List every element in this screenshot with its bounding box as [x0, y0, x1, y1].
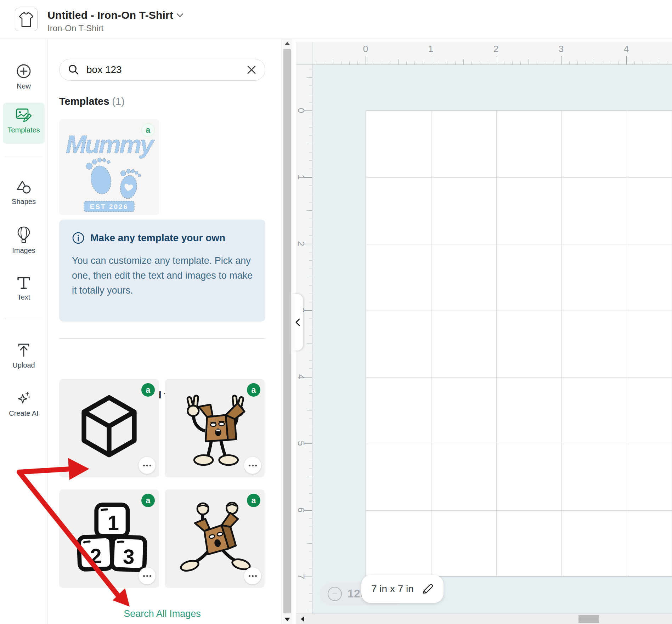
sidebar-item-label: Upload [12, 361, 35, 369]
sidebar-item-label: Images [12, 246, 35, 255]
scroll-down-icon[interactable] [284, 618, 290, 621]
cricut-access-badge: a [141, 123, 155, 137]
more-options-button[interactable] [139, 567, 156, 584]
h-ruler-label: 3 [559, 44, 564, 55]
v-ruler-label: 4 [295, 374, 306, 379]
zoom-out-button[interactable]: − [328, 587, 342, 601]
sidebar-item-text[interactable]: Text [3, 271, 45, 305]
cricut-access-badge: a [247, 494, 260, 507]
v-ruler-label: 7 [295, 574, 306, 579]
v-ruler-label: 5 [295, 441, 306, 446]
svg-text:1: 1 [107, 511, 119, 534]
info-icon [72, 232, 85, 244]
h-ruler-label: 1 [428, 44, 433, 55]
more-options-button[interactable] [244, 457, 261, 474]
image-card-box-character-peace[interactable]: a [165, 379, 265, 477]
cricut-design-space-window: Untitled - Iron-On T-Shirt Iron-On T-Shi… [0, 0, 672, 624]
project-thumbnail-button[interactable] [15, 8, 38, 31]
project-subtitle: Iron-On T-Shirt [47, 23, 184, 33]
cricut-access-badge: a [141, 383, 155, 397]
sidebar-item-label: Create AI [9, 409, 38, 418]
text-icon [16, 275, 32, 290]
scroll-left-icon[interactable] [301, 616, 304, 622]
svg-text:Mummy: Mummy [66, 131, 155, 158]
v-ruler-label: 6 [295, 507, 306, 512]
image-card-box-character-jumping[interactable]: a [165, 489, 265, 588]
scroll-up-icon[interactable] [284, 42, 290, 45]
template-info-box: Make any template your own You can custo… [59, 220, 265, 322]
box-character-peace-art [173, 387, 256, 470]
box-character-jumping-art [173, 497, 256, 580]
svg-text:EST 2026: EST 2026 [90, 203, 129, 210]
v-ruler-label: 2 [295, 241, 306, 246]
search-icon [68, 64, 79, 75]
pencil-icon[interactable] [422, 583, 434, 595]
info-box-title: Make any template your own [90, 232, 225, 244]
canvas-size-label: 7 in x 7 in [371, 583, 414, 595]
scrollbar-thumb[interactable] [283, 49, 291, 613]
templates-count: (1) [112, 96, 124, 107]
chevron-left-icon [295, 318, 300, 327]
project-title: Untitled - Iron-On T-Shirt [47, 9, 173, 21]
sidebar-item-shapes[interactable]: Shapes [3, 176, 45, 209]
h-ruler-label: 4 [624, 44, 629, 55]
tool-sidebar: New Templates Shapes Images Text [0, 39, 47, 624]
clear-search-icon[interactable] [247, 65, 256, 75]
sidebar-item-label: Text [17, 293, 30, 301]
sidebar-item-upload[interactable]: Upload [3, 339, 45, 373]
templates-section-heading: Templates(1) [59, 96, 125, 107]
more-options-button[interactable] [139, 457, 156, 474]
search-all-images-link[interactable]: Search All Images [59, 608, 265, 619]
tshirt-icon [19, 11, 34, 28]
plus-circle-icon [16, 63, 32, 79]
v-ruler-label: 0 [295, 108, 306, 113]
sidebar-item-label: New [17, 82, 31, 90]
image-card-cube-outline[interactable]: a [59, 379, 159, 477]
search-input[interactable] [86, 64, 240, 76]
info-box-body: You can customize any template. Pick any… [72, 254, 256, 298]
v-ruler-label: 1 [295, 175, 306, 180]
templates-heading-text: Templates [59, 96, 109, 107]
horizontal-ruler: 01234 [312, 42, 672, 65]
sidebar-item-templates[interactable]: Templates [3, 103, 45, 144]
canvas-grid[interactable] [366, 110, 672, 577]
scrollbar-thumb[interactable] [578, 615, 599, 623]
collapse-panel-button[interactable] [292, 294, 303, 351]
sidebar-item-images[interactable]: Images [3, 222, 45, 258]
templates-panel: Templates(1) Mummy EST 2026 a [47, 39, 282, 624]
canvas-area: 01234 01234567 − 126% + 7 in x 7 in [292, 39, 672, 624]
ruler-corner [296, 42, 312, 65]
cricut-access-badge: a [141, 494, 155, 507]
h-ruler-label: 2 [493, 44, 498, 55]
hot-air-balloon-icon [16, 226, 32, 244]
cube-outline-art [70, 387, 148, 469]
shapes-icon [15, 179, 32, 195]
sidebar-item-label: Shapes [12, 198, 36, 206]
header: Untitled - Iron-On T-Shirt Iron-On T-Shi… [0, 0, 672, 39]
panel-divider [59, 338, 265, 339]
panel-scrollbar[interactable] [282, 39, 292, 624]
number-blocks-art: 1 2 3 [68, 497, 151, 580]
templates-icon [15, 106, 33, 123]
sidebar-divider [5, 156, 43, 156]
sidebar-item-create-ai[interactable]: Create AI [3, 387, 45, 421]
h-ruler-label: 0 [363, 44, 368, 55]
sidebar-item-new[interactable]: New [3, 59, 45, 94]
sidebar-item-label: Templates [7, 126, 40, 134]
canvas-size-control[interactable]: 7 in x 7 in [361, 575, 444, 603]
chevron-down-icon[interactable] [176, 13, 184, 18]
image-card-number-blocks[interactable]: 1 2 3 a [59, 489, 159, 588]
more-options-button[interactable] [244, 567, 261, 584]
horizontal-scrollbar[interactable] [296, 613, 672, 624]
cricut-access-badge: a [247, 383, 260, 397]
upload-icon [16, 342, 32, 358]
sidebar-divider [5, 319, 43, 319]
canvas-mat[interactable] [312, 65, 672, 613]
sparkles-icon [16, 390, 32, 407]
svg-text:2: 2 [90, 544, 102, 568]
template-card-mummy[interactable]: Mummy EST 2026 a [59, 119, 159, 215]
svg-text:3: 3 [123, 545, 135, 568]
search-box[interactable] [59, 59, 265, 81]
